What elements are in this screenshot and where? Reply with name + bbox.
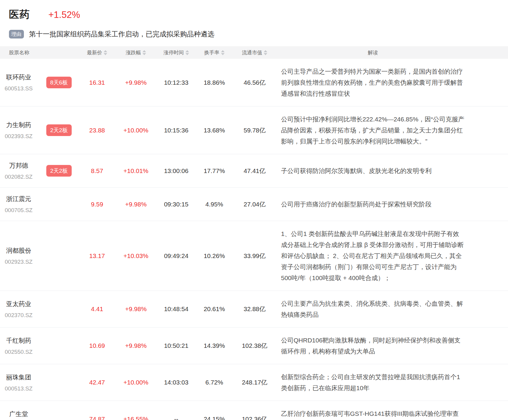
turnover-rate: 10.26% [194, 252, 234, 260]
limit-up-time: 10:12:33 [158, 79, 194, 86]
change-percent: +9.98% [113, 201, 158, 208]
column-header-label: 流通市值 [242, 49, 262, 56]
stock-row[interactable]: 千红制药 002550.SZ 10.69 +9.98% 10:50:21 14.… [0, 328, 508, 364]
stock-row[interactable]: 润都股份 002923.SZ 13.17 +10.03% 09:49:24 10… [0, 221, 508, 291]
stock-name: 亚太药业 [6, 300, 31, 308]
turnover-rate: 20.61% [194, 305, 234, 313]
sector-change-percent: +1.52% [48, 10, 80, 20]
sort-icon[interactable] [142, 50, 146, 55]
stock-row[interactable]: 亚太药业 002370.SZ 4.41 +9.98% 10:48:54 20.6… [0, 291, 508, 328]
stock-row[interactable]: 万邦德 002082.SZ 2天2板 8.57 +10.01% 13:00:06… [0, 154, 508, 188]
market-cap: 33.99亿 [234, 252, 275, 260]
sector-detail-page: 医药 +1.52% 理由 第十一批国家组织药品集采工作启动，已完成拟采购品种遴选… [0, 0, 508, 420]
market-cap: 102.38亿 [234, 342, 275, 350]
column-header-label: 涨跌幅 [126, 49, 141, 56]
column-header-label: 换手率 [204, 49, 220, 56]
table-header: 股票名称 最新价 涨跌幅 涨停时间 换手率 流通市值 解读 [0, 46, 508, 59]
sort-icon[interactable] [221, 50, 225, 55]
stock-name-cell: 联环药业 600513.SS [0, 73, 37, 92]
change-percent: +10.01% [113, 167, 158, 175]
stock-name: 浙江震元 [6, 195, 31, 203]
column-header-label: 涨停时间 [164, 49, 184, 56]
market-cap: 248.17亿 [234, 378, 275, 387]
turnover-rate: 17.77% [194, 167, 234, 175]
latest-price: 4.41 [81, 305, 113, 313]
stock-code: 002370.SZ [5, 312, 33, 319]
analysis-text: 公司主要产品为抗生素类、消化系统类、抗病毒类、心血管类、解热镇痛类药品 [275, 298, 508, 320]
latest-price: 9.59 [81, 201, 113, 208]
change-percent: +9.98% [113, 305, 158, 313]
market-cap: 46.56亿 [234, 78, 275, 87]
analysis-text: 乙肝治疗创新药奈瑞可韦GST-HG141获得III期临床试验伦理审查批件 [275, 408, 508, 420]
sort-icon[interactable] [264, 50, 267, 55]
market-cap: 27.04亿 [234, 200, 275, 209]
streak-badge-cell: 8天6板 [37, 77, 81, 88]
reason-text: 第十一批国家组织药品集采工作启动，已完成拟采购品种遴选 [29, 30, 214, 39]
limit-up-time: -- [158, 416, 194, 420]
stock-name: 千红制药 [6, 336, 31, 345]
limit-streak-badge: 8天6板 [46, 77, 72, 88]
column-header-stock-name: 股票名称 [0, 49, 81, 56]
column-header-change-percent[interactable]: 涨跌幅 [113, 49, 158, 56]
streak-badge-cell: 2天2板 [37, 124, 81, 136]
analysis-text: 公司用于癌痛治疗的创新型新药尚处于探索性研究阶段 [275, 199, 508, 210]
stock-name: 润都股份 [6, 246, 31, 255]
analysis-text: 公司QHRD106靶向激肽释放酶，同时起到神经保护剂和改善侧支循环作用，机构称有… [275, 335, 508, 357]
market-cap: 102.36亿 [234, 415, 275, 420]
stock-name-cell: 千红制药 002550.SZ [0, 336, 37, 355]
latest-price: 10.69 [81, 342, 113, 349]
stock-code: 000513.SZ [5, 385, 33, 392]
analysis-text: 公司主导产品之一爱普列特片为国家一类新药，是国内首创的治疗前列腺良性增生症的有效… [275, 66, 508, 99]
sector-title: 医药 [9, 8, 30, 21]
stock-name: 联环药业 [6, 73, 31, 81]
stock-row[interactable]: 丽珠集团 000513.SZ 42.47 +10.00% 14:03:03 6.… [0, 364, 508, 401]
analysis-text: 公司预计中报净利润同比增长222.42%—246.85%，因“公司克服产品降价因… [275, 114, 508, 147]
column-header-latest-price[interactable]: 最新价 [81, 49, 113, 56]
sort-icon[interactable] [185, 50, 189, 55]
reason-row: 理由 第十一批国家组织药品集采工作启动，已完成拟采购品种遴选 [9, 30, 508, 39]
stock-code: 002082.SZ [5, 174, 33, 180]
limit-up-time: 10:50:21 [158, 342, 194, 349]
stock-name-cell: 万邦德 002082.SZ [0, 161, 37, 180]
analysis-text: 创新型综合药企；公司自主研发的艾普拉唑是我国抗溃疡药首个1类创新药，已在临床应用… [275, 371, 508, 393]
turnover-rate: 4.95% [194, 201, 234, 208]
stock-code: 000705.SZ [5, 207, 33, 214]
stock-code: 002550.SZ [5, 349, 33, 355]
column-header-turnover-rate[interactable]: 换手率 [194, 49, 234, 56]
change-percent: +9.98% [113, 342, 158, 349]
column-header-limit-up-time[interactable]: 涨停时间 [158, 49, 194, 56]
change-percent: +10.03% [113, 252, 158, 260]
stock-table: 股票名称 最新价 涨跌幅 涨停时间 换手率 流通市值 解读 [0, 46, 508, 420]
limit-up-time: 09:49:24 [158, 252, 194, 260]
turnover-rate: 18.86% [194, 79, 234, 86]
stock-name: 万邦德 [9, 161, 28, 170]
stock-name: 力生制药 [6, 121, 31, 129]
limit-up-time: 13:00:06 [158, 167, 194, 175]
latest-price: 13.17 [81, 252, 113, 260]
market-cap: 32.88亿 [234, 305, 275, 313]
market-cap: 59.78亿 [234, 126, 275, 135]
latest-price: 23.88 [81, 127, 113, 134]
stock-code: 600513.SS [4, 85, 33, 92]
stock-name-cell: 力生制药 002393.SZ [0, 121, 37, 140]
turnover-rate: 6.72% [194, 379, 234, 386]
stock-row[interactable]: 联环药业 600513.SS 8天6板 16.31 +9.98% 10:12:3… [0, 59, 508, 106]
latest-price: 74.87 [81, 416, 113, 420]
limit-up-time: 14:03:03 [158, 379, 194, 386]
stock-row[interactable]: 浙江震元 000705.SZ 9.59 +9.98% 09:30:15 4.95… [0, 188, 508, 221]
stock-name-cell: 润都股份 002923.SZ [0, 246, 37, 265]
stock-row[interactable]: 广生堂 300436.SZ 74.87 +16.55% -- 24.15% 10… [0, 401, 508, 420]
change-percent: +10.00% [113, 379, 158, 386]
change-percent: +9.98% [113, 79, 158, 86]
column-header-market-cap[interactable]: 流通市值 [234, 49, 275, 56]
table-body: 联环药业 600513.SS 8天6板 16.31 +9.98% 10:12:3… [0, 59, 508, 420]
stock-row[interactable]: 力生制药 002393.SZ 2天2板 23.88 +10.00% 10:15:… [0, 106, 508, 154]
column-header-label: 最新价 [87, 49, 102, 56]
limit-streak-badge: 2天2板 [46, 124, 72, 136]
limit-streak-badge: 2天2板 [46, 165, 72, 177]
turnover-rate: 24.15% [194, 416, 234, 420]
latest-price: 42.47 [81, 379, 113, 386]
turnover-rate: 14.39% [194, 342, 234, 349]
latest-price: 8.57 [81, 167, 113, 175]
sort-icon[interactable] [104, 50, 107, 55]
